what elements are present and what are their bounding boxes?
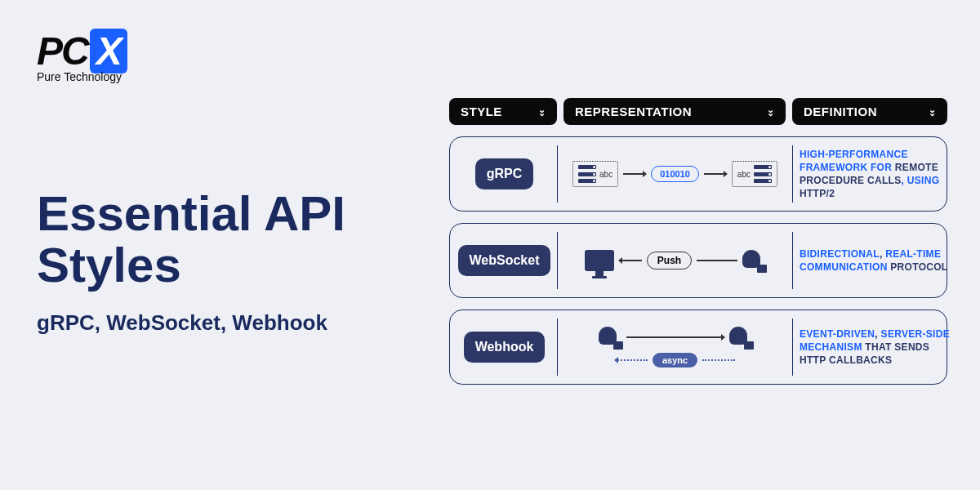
title-block: Essential API Styles gRPC, WebSocket, We… — [37, 188, 345, 336]
monitor-icon — [585, 250, 614, 271]
style-badge-grpc: gRPC — [475, 158, 534, 189]
representation-websocket: Push — [564, 232, 793, 289]
style-cell: Webhook — [460, 318, 558, 376]
database-icon — [742, 250, 765, 271]
arrow-right-icon — [626, 336, 724, 338]
line-icon — [697, 260, 737, 261]
table-row: Webhook async EVENT-DRIVEN, SERVER-SIDE … — [449, 310, 947, 385]
server-icon: abc — [732, 161, 777, 187]
header-style-label: STYLE — [461, 105, 502, 118]
server-icon: abc — [572, 161, 618, 187]
style-badge-websocket: WebSocket — [458, 245, 551, 276]
table-row: gRPC abc 010010 abc HIGH-PERFORMANCE FRA… — [449, 136, 947, 212]
title-line1: Essential API — [37, 186, 345, 241]
arrow-left-icon — [619, 260, 642, 261]
abc-label: abc — [599, 170, 612, 179]
binary-pill: 010010 — [651, 166, 699, 182]
style-cell: WebSocket — [460, 232, 558, 289]
comparison-table: STYLE ⌄⌄ REPRESENTATION ⌄⌄ DEFINITION ⌄⌄… — [449, 98, 947, 396]
chevron-down-icon: ⌄⌄ — [929, 109, 937, 115]
definition-grpc: HIGH-PERFORMANCE FRAMEWORK FOR REMOTE PR… — [800, 148, 955, 201]
database-icon — [729, 327, 752, 348]
logo-x-text: X — [90, 29, 127, 74]
async-pill: async — [653, 353, 697, 368]
definition-websocket: BIDIRECTIONAL, REAL-TIME COMMUNICATION P… — [800, 247, 955, 274]
representation-grpc: abc 010010 abc — [564, 145, 793, 203]
logo-pc-text: PC — [37, 29, 88, 74]
header-def-label: DEFINITION — [804, 105, 877, 118]
header-definition: DEFINITION ⌄⌄ — [792, 98, 947, 125]
chevron-down-icon: ⌄⌄ — [538, 109, 546, 115]
dotted-line-icon — [702, 359, 735, 361]
page-title: Essential API Styles — [37, 188, 345, 291]
style-cell: gRPC — [460, 145, 558, 203]
table-header-row: STYLE ⌄⌄ REPRESENTATION ⌄⌄ DEFINITION ⌄⌄ — [449, 98, 947, 125]
logo-tagline: Pure Technology — [37, 70, 127, 83]
dotted-arrow-left-icon — [615, 359, 648, 361]
database-icon — [599, 327, 621, 348]
logo: PC X Pure Technology — [37, 29, 127, 83]
definition-webhook: EVENT-DRIVEN, SERVER-SIDE MECHANISM THAT… — [800, 327, 955, 368]
arrow-right-icon — [704, 173, 727, 175]
representation-webhook: async — [564, 318, 793, 376]
arrow-right-icon — [623, 173, 646, 175]
subtitle: gRPC, WebSocket, Webhook — [37, 310, 345, 336]
header-style: STYLE ⌄⌄ — [449, 98, 557, 125]
table-row: WebSocket Push BIDIRECTIONAL, REAL-TIME … — [449, 223, 947, 298]
title-line2: Styles — [37, 238, 181, 292]
abc-label: abc — [737, 170, 751, 179]
header-repr-label: REPRESENTATION — [575, 105, 692, 118]
chevron-down-icon: ⌄⌄ — [767, 109, 775, 115]
header-representation: REPRESENTATION ⌄⌄ — [564, 98, 786, 125]
push-pill: Push — [647, 252, 692, 270]
style-badge-webhook: Webhook — [464, 332, 546, 363]
